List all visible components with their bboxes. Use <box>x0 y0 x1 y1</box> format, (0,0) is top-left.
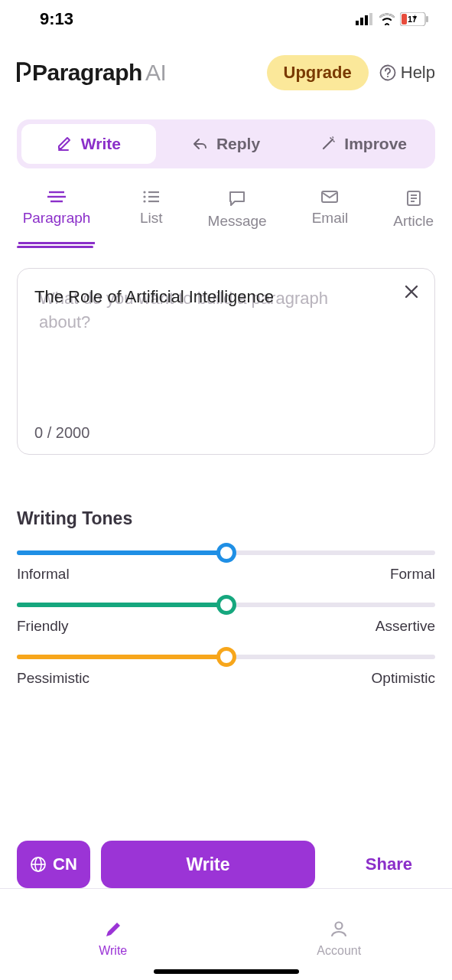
mode-tab-write-label: Write <box>81 135 121 153</box>
mode-tab-reply-label: Reply <box>216 135 260 153</box>
slider-track[interactable] <box>17 655 435 659</box>
bottom-nav: Write Account <box>0 888 452 980</box>
prompt-input-container: What do you want to build a paragraph ab… <box>17 268 435 455</box>
help-link[interactable]: Help <box>379 63 435 83</box>
type-tab-email[interactable]: Email <box>312 190 349 246</box>
type-tab-paragraph[interactable]: Paragraph <box>18 190 95 246</box>
pencil-square-icon <box>57 136 73 152</box>
writing-tones-section: Writing Tones Informal Formal Friendly A… <box>0 508 452 687</box>
type-tabs: Paragraph List Message Email Article <box>0 168 452 246</box>
svg-point-14 <box>143 191 145 193</box>
email-icon <box>320 190 339 204</box>
app-logo: ParagraphAI <box>17 60 166 86</box>
type-tab-message[interactable]: Message <box>208 190 267 246</box>
tone-slider-assertiveness: Friendly Assertive <box>17 603 435 635</box>
nav-item-account[interactable]: Account <box>226 889 453 980</box>
char-count: 0 / 2000 <box>34 424 89 442</box>
type-tab-underline <box>17 246 93 248</box>
type-tab-message-label: Message <box>208 213 267 230</box>
app-header: ParagraphAI Upgrade Help <box>0 35 452 100</box>
slider-label-left: Pessimistic <box>17 670 89 687</box>
slider-label-left: Informal <box>17 566 70 583</box>
svg-point-16 <box>143 195 145 198</box>
svg-point-10 <box>387 76 389 77</box>
svg-rect-1 <box>360 18 363 25</box>
svg-point-18 <box>143 200 145 202</box>
signal-icon <box>356 13 374 25</box>
slider-thumb[interactable] <box>216 647 236 667</box>
slider-label-left: Friendly <box>17 618 69 635</box>
status-indicators: 17 <box>356 12 429 26</box>
type-tab-paragraph-label: Paragraph <box>23 210 91 227</box>
help-label: Help <box>401 63 435 83</box>
message-icon <box>228 190 246 207</box>
logo-suffix: AI <box>145 60 166 86</box>
upgrade-button[interactable]: Upgrade <box>267 55 369 90</box>
svg-text:17: 17 <box>408 15 417 24</box>
list-icon <box>142 190 161 204</box>
mode-tab-improve-label: Improve <box>344 135 407 153</box>
svg-rect-5 <box>402 14 407 24</box>
slider-label-right: Formal <box>390 566 435 583</box>
type-tab-article-label: Article <box>393 213 434 230</box>
battery-icon: 17 <box>400 12 429 26</box>
writing-tones-title: Writing Tones <box>17 508 435 529</box>
globe-icon <box>30 856 47 873</box>
share-button[interactable]: Share <box>343 854 435 874</box>
slider-label-right: Optimistic <box>372 670 435 687</box>
wifi-icon <box>379 13 395 25</box>
slider-track[interactable] <box>17 603 435 607</box>
mode-tabs: Write Reply Improve <box>17 119 435 168</box>
tone-slider-formality: Informal Formal <box>17 550 435 583</box>
nav-label-account: Account <box>317 944 361 958</box>
svg-rect-0 <box>356 21 359 25</box>
clear-input-button[interactable] <box>402 283 421 304</box>
nav-label-write: Write <box>99 944 127 958</box>
home-indicator <box>154 969 299 974</box>
nav-item-write[interactable]: Write <box>0 889 226 980</box>
slider-track[interactable] <box>17 550 435 555</box>
mode-tab-reply[interactable]: Reply <box>159 124 294 164</box>
tone-slider-optimism: Pessimistic Optimistic <box>17 655 435 687</box>
logo-text: Paragraph <box>32 60 142 86</box>
type-tab-email-label: Email <box>312 210 349 227</box>
svg-rect-8 <box>17 64 20 82</box>
slider-fill <box>17 655 226 659</box>
svg-point-28 <box>336 922 343 929</box>
mode-tab-write[interactable]: Write <box>21 124 156 164</box>
wand-icon <box>320 136 337 152</box>
type-tab-article[interactable]: Article <box>393 190 434 246</box>
pencil-icon <box>103 920 123 939</box>
slider-fill <box>17 550 226 555</box>
paragraph-icon <box>47 190 66 204</box>
svg-rect-2 <box>365 15 368 25</box>
person-icon <box>329 920 349 939</box>
slider-thumb[interactable] <box>216 595 236 615</box>
status-bar: 9:13 17 <box>0 0 452 35</box>
article-icon <box>405 190 422 207</box>
logo-mark-icon <box>17 62 31 83</box>
write-button[interactable]: Write <box>101 841 315 888</box>
status-time: 9:13 <box>40 9 73 29</box>
slider-label-right: Assertive <box>376 618 435 635</box>
reply-arrow-icon <box>192 136 209 152</box>
close-icon <box>402 283 421 301</box>
svg-rect-3 <box>369 13 372 25</box>
language-button[interactable]: CN <box>17 841 90 888</box>
svg-rect-6 <box>426 16 428 22</box>
help-icon <box>379 64 396 81</box>
slider-thumb[interactable] <box>216 543 236 563</box>
slider-fill <box>17 603 226 607</box>
type-tab-list-label: List <box>140 210 163 227</box>
type-tab-list[interactable]: List <box>140 190 163 246</box>
mode-tab-improve[interactable]: Improve <box>296 124 431 164</box>
prompt-input[interactable]: The Role of Artificial Intelligence <box>34 287 418 307</box>
language-code: CN <box>53 854 77 874</box>
bottom-actions: CN Write Share <box>0 841 452 888</box>
